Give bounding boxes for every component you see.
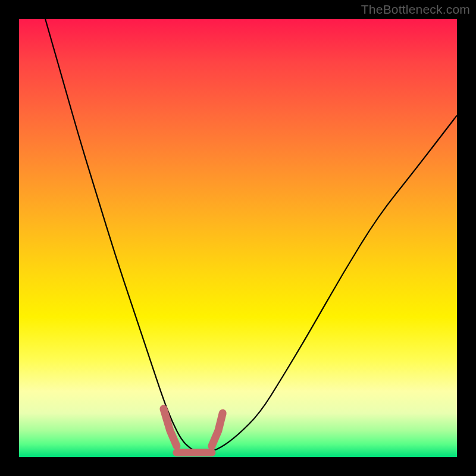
bottleneck-curve [45,19,457,453]
markers-right [212,413,223,446]
chart-frame: TheBottleneck.com [0,0,476,476]
plot-area [19,19,457,457]
watermark-text: TheBottleneck.com [361,2,470,17]
curve-svg [19,19,457,457]
